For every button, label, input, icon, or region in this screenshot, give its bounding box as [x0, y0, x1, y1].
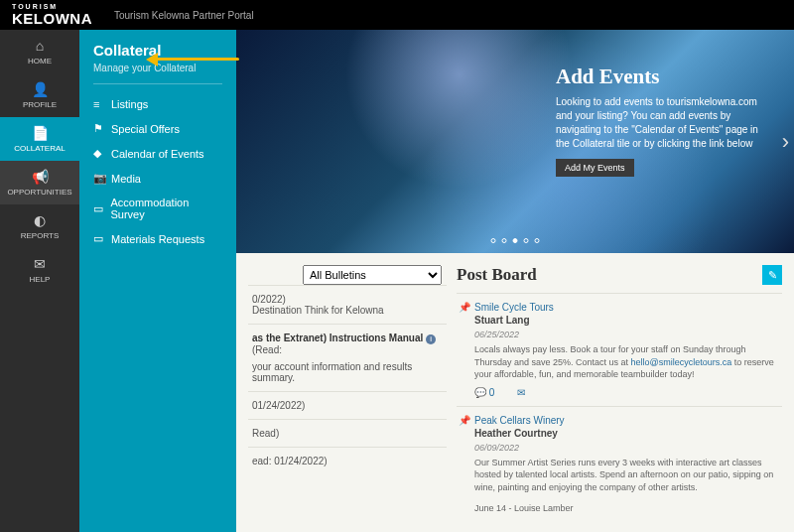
dot[interactable] [502, 238, 507, 243]
submenu-item-label: Media [111, 173, 141, 185]
post-extra: June 14 - Louise Lamber [474, 502, 778, 515]
flag-icon: ⚑ [93, 122, 111, 135]
sidebar-item-label: REPORTS [21, 231, 60, 240]
pin-icon: 📌 [459, 302, 470, 313]
post-title[interactable]: Peak Cellars Winery [474, 415, 778, 426]
post-actions: 💬 0 ✉ [474, 387, 778, 398]
bulletin-filter-select[interactable]: All Bulletins [303, 265, 442, 285]
sidebar-item-help[interactable]: ✉HELP [0, 248, 79, 292]
bulletin-text: Destination Think for Kelowna [252, 305, 443, 316]
bulletin-item[interactable]: ead: 01/24/2022) [248, 447, 447, 474]
portal-label: Tourism Kelowna Partner Portal [114, 10, 254, 21]
post-email-link[interactable]: hello@smilecycletours.ca [631, 357, 732, 367]
postboard-column: Post Board ✎ 📌 Smile Cycle Tours Stuart … [457, 265, 782, 522]
submenu-item-survey[interactable]: ▭Accommodation Survey [93, 191, 222, 226]
sidebar-item-label: PROFILE [23, 100, 57, 109]
comment-button[interactable]: 💬 0 [474, 387, 504, 398]
bulletin-title: as the Extranet) Instructions Manual [252, 332, 423, 343]
camera-icon: 📷 [93, 172, 111, 185]
topbar: TOURISM KELOWNA Tourism Kelowna Partner … [0, 0, 794, 30]
reports-icon: ◐ [34, 212, 46, 228]
submenu-item-calendar[interactable]: ◆Calendar of Events [93, 141, 222, 166]
card-icon: ▭ [93, 232, 111, 245]
post-title[interactable]: Smile Cycle Tours [474, 302, 778, 313]
post-body: Locals always pay less. Book a tour for … [474, 343, 778, 381]
sidebar-item-opportunities[interactable]: 📢OPPORTUNITIES [0, 161, 79, 204]
submenu-item-label: Accommodation Survey [110, 197, 222, 220]
home-icon: ⌂ [36, 38, 44, 54]
submenu-item-materials[interactable]: ▭Materials Requests [93, 226, 222, 251]
post-body: Our Summer Artist Series runs every 3 we… [474, 457, 778, 494]
dot[interactable] [491, 238, 496, 243]
sidebar-item-profile[interactable]: 👤PROFILE [0, 73, 79, 117]
opportunities-icon: 📢 [32, 169, 49, 185]
dot-active[interactable] [513, 238, 518, 243]
postboard-title: Post Board [457, 265, 762, 285]
bulletin-date: 01/24/2022) [252, 400, 443, 411]
post-author: Heather Courtney [474, 428, 778, 439]
submenu-item-label: Calendar of Events [111, 148, 204, 160]
pin-icon: 📌 [459, 415, 470, 426]
divider [93, 83, 222, 84]
dot[interactable] [535, 238, 540, 243]
collateral-icon: 📄 [32, 125, 49, 141]
post-item: 📌 Peak Cellars Winery Heather Courtney 0… [457, 406, 782, 522]
post-date: 06/09/2022 [474, 443, 778, 453]
submenu-item-media[interactable]: 📷Media [93, 166, 222, 191]
card-icon: ▭ [93, 202, 110, 215]
main-content: Add Events Looking to add events to tour… [236, 0, 794, 532]
edit-button[interactable]: ✎ [762, 265, 782, 285]
sidebar-item-home[interactable]: ⌂HOME [0, 30, 79, 73]
hero-banner: Add Events Looking to add events to tour… [236, 30, 794, 253]
sidebar: ⌂HOME 👤PROFILE 📄COLLATERAL 📢OPPORTUNITIE… [0, 0, 79, 532]
submenu-title: Collateral [93, 42, 222, 59]
submenu-item-label: Materials Requests [111, 233, 204, 245]
bulletin-item[interactable]: 0/2022) Destination Think for Kelowna [248, 285, 447, 324]
bulletin-date: 0/2022) [252, 294, 443, 305]
carousel-dots[interactable] [491, 238, 540, 243]
bulletin-read: (Read: [252, 344, 282, 355]
dot[interactable] [524, 238, 529, 243]
bulletin-read: Read) [252, 428, 443, 439]
info-icon: i [426, 334, 436, 344]
sidebar-item-label: HOME [28, 57, 52, 66]
submenu-item-label: Special Offers [111, 123, 180, 135]
annotation-arrow [154, 58, 239, 61]
bulletin-item[interactable]: Read) [248, 419, 447, 447]
bulletin-item[interactable]: as the Extranet) Instructions Manual i (… [248, 324, 447, 391]
submenu-collateral: Collateral Manage your Collateral ≡Listi… [79, 30, 236, 532]
add-events-button[interactable]: Add My Events [556, 159, 634, 177]
sidebar-item-label: HELP [30, 275, 51, 284]
submenu-subtitle: Manage your Collateral [93, 63, 222, 73]
email-button[interactable]: ✉ [517, 387, 525, 398]
submenu-item-special-offers[interactable]: ⚑Special Offers [93, 116, 222, 141]
bulletin-read: ead: 01/24/2022) [252, 456, 443, 466]
sidebar-item-reports[interactable]: ◐REPORTS [0, 204, 79, 248]
post-item: 📌 Smile Cycle Tours Stuart Lang 06/25/20… [457, 293, 782, 406]
sidebar-item-collateral[interactable]: 📄COLLATERAL [0, 117, 79, 161]
diamond-icon: ◆ [93, 147, 111, 160]
bulletin-item[interactable]: 01/24/2022) [248, 391, 447, 419]
post-author: Stuart Lang [474, 315, 778, 326]
sidebar-item-label: COLLATERAL [14, 144, 65, 153]
submenu-item-listings[interactable]: ≡Listings [93, 92, 222, 116]
submenu-item-label: Listings [111, 98, 148, 110]
help-icon: ✉ [34, 256, 46, 272]
logo: TOURISM KELOWNA [0, 3, 104, 27]
profile-icon: 👤 [32, 81, 49, 97]
bulletins-column: All Bulletins 0/2022) Destination Think … [248, 265, 447, 522]
pencil-icon: ✎ [768, 269, 777, 282]
hero-title: Add Events [556, 65, 764, 89]
list-icon: ≡ [93, 98, 111, 110]
carousel-next-icon[interactable]: › [782, 129, 789, 155]
sidebar-item-label: OPPORTUNITIES [7, 188, 71, 197]
post-date: 06/25/2022 [474, 330, 778, 339]
bulletin-text: your account information and results sum… [252, 361, 443, 383]
hero-body: Looking to add events to tourismkelowna.… [556, 95, 764, 151]
